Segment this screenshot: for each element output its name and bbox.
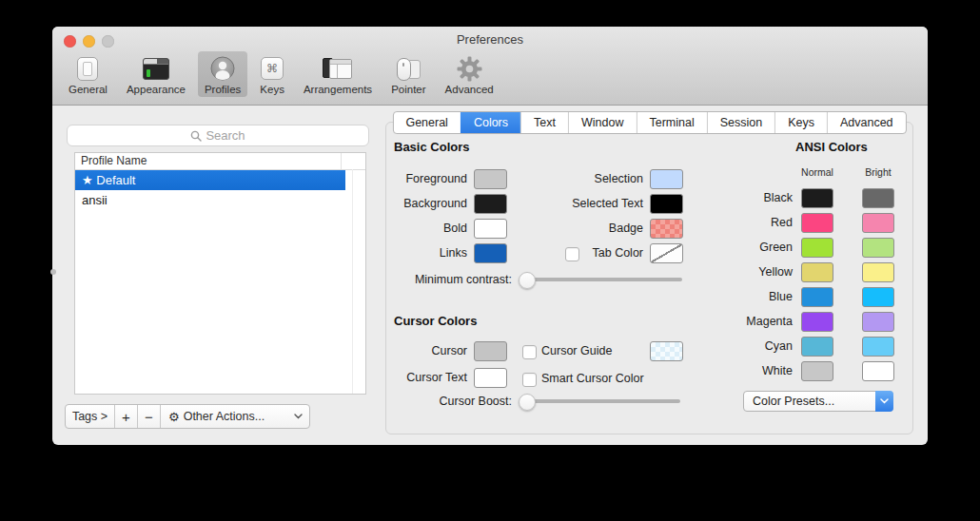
toolbar-item-label: Appearance xyxy=(127,84,186,95)
other-actions-dropdown[interactable]: ⚙ Other Actions... xyxy=(161,405,309,428)
links-color-well[interactable] xyxy=(474,243,507,263)
cursor-boost-slider[interactable] xyxy=(520,399,680,403)
ansi-colors-title: ANSI Colors xyxy=(795,140,868,154)
tab-color-well[interactable] xyxy=(650,243,683,263)
cursor-colors-title: Cursor Colors xyxy=(394,314,477,328)
basic-colors-title: Basic Colors xyxy=(394,140,469,154)
ansi-red-bright-well[interactable] xyxy=(862,213,894,233)
bold-color-well[interactable] xyxy=(474,219,507,239)
ansi-cyan-label: Cyan xyxy=(707,337,793,357)
ansi-green-normal-well[interactable] xyxy=(801,238,833,258)
scrollbar-track[interactable] xyxy=(352,169,353,394)
search-placeholder: Search xyxy=(206,128,245,143)
person-icon xyxy=(210,54,235,83)
window-appearance-icon xyxy=(143,58,169,80)
ansi-cyan-bright-well[interactable] xyxy=(862,337,894,357)
profile-list: Profile Name ★ Default ansii xyxy=(74,152,366,395)
ansi-magenta-normal-well[interactable] xyxy=(801,312,833,332)
cursor-boost-label: Cursor Boost: xyxy=(386,392,512,412)
selection-color-well[interactable] xyxy=(650,169,683,189)
ansi-white-normal-well[interactable] xyxy=(801,361,833,381)
cursor-guide-label: Cursor Guide xyxy=(541,344,612,358)
tags-button[interactable]: Tags > xyxy=(66,405,115,428)
chevron-down-icon xyxy=(875,391,893,412)
toolbar-item-label: Advanced xyxy=(445,84,494,95)
smart-cursor-color-checkbox[interactable] xyxy=(522,373,537,387)
search-icon xyxy=(190,130,202,142)
toolbar-item-arrangements[interactable]: Arrangements xyxy=(297,51,379,97)
toolbar-item-advanced[interactable]: Advanced xyxy=(439,51,500,97)
color-presets-dropdown[interactable]: Color Presets... xyxy=(743,391,893,412)
cursor-guide-checkbox[interactable] xyxy=(522,345,537,359)
cursor-label: Cursor xyxy=(386,341,467,361)
ansi-black-label: Black xyxy=(707,188,793,208)
remove-profile-button[interactable]: − xyxy=(138,405,161,428)
command-key-icon: ⌘ xyxy=(261,57,284,80)
bright-column-label: Bright xyxy=(847,166,910,178)
ansi-blue-label: Blue xyxy=(707,287,793,307)
selected-text-color-well[interactable] xyxy=(650,194,683,214)
cursor-text-color-well[interactable] xyxy=(474,368,507,388)
window-title: Preferences xyxy=(52,32,928,47)
ansi-black-bright-well[interactable] xyxy=(862,188,894,208)
toolbar-item-keys[interactable]: ⌘ Keys xyxy=(253,51,291,97)
splitter-handle-dot[interactable] xyxy=(50,269,56,275)
toolbar-item-label: Pointer xyxy=(391,84,425,95)
preferences-toolbar: General Appearance xyxy=(62,51,500,97)
minimum-contrast-slider[interactable] xyxy=(520,278,682,281)
ansi-white-bright-well[interactable] xyxy=(862,361,894,381)
toolbar-item-label: Arrangements xyxy=(304,84,372,95)
ansi-blue-bright-well[interactable] xyxy=(862,287,894,307)
tab-window[interactable]: Window xyxy=(568,112,636,133)
tab-color-label: Tab Color xyxy=(529,243,643,263)
tab-text[interactable]: Text xyxy=(520,112,568,133)
links-label: Links xyxy=(386,243,467,263)
ansi-white-label: White xyxy=(707,361,793,381)
ansi-yellow-bright-well[interactable] xyxy=(862,262,894,282)
foreground-color-well[interactable] xyxy=(474,169,507,189)
smart-cursor-color-label: Smart Cursor Color xyxy=(541,372,644,386)
foreground-label: Foreground xyxy=(386,169,467,189)
profile-row-default[interactable]: ★ Default xyxy=(75,170,345,190)
bold-label: Bold xyxy=(386,219,467,239)
ansi-green-bright-well[interactable] xyxy=(862,238,894,258)
toolbar-item-general[interactable]: General xyxy=(62,51,114,97)
ansi-black-normal-well[interactable] xyxy=(801,188,833,208)
cursor-guide-color-well[interactable] xyxy=(650,341,683,361)
tab-advanced[interactable]: Advanced xyxy=(827,112,906,133)
toolbar-item-profiles[interactable]: Profiles xyxy=(198,51,247,97)
preferences-window: Preferences General Appearance xyxy=(52,27,928,445)
toolbar-item-label: Keys xyxy=(260,84,284,95)
badge-color-well[interactable] xyxy=(650,219,683,239)
ansi-red-label: Red xyxy=(707,213,793,233)
profile-actions-group: Tags > + − ⚙ Other Actions... xyxy=(65,404,310,429)
slider-knob[interactable] xyxy=(519,272,536,289)
badge-label: Badge xyxy=(529,219,643,239)
ansi-yellow-normal-well[interactable] xyxy=(801,262,833,282)
ansi-red-normal-well[interactable] xyxy=(801,213,833,233)
toolbar-item-label: General xyxy=(69,84,108,95)
search-input[interactable]: Search xyxy=(67,125,369,146)
windows-stack-icon xyxy=(323,58,353,79)
chevron-down-icon xyxy=(294,414,303,419)
ansi-cyan-normal-well[interactable] xyxy=(801,337,833,357)
selected-text-label: Selected Text xyxy=(529,194,643,214)
gear-icon xyxy=(457,54,482,83)
add-profile-button[interactable]: + xyxy=(115,405,138,428)
column-divider xyxy=(341,153,342,169)
tab-session[interactable]: Session xyxy=(707,112,774,133)
ansi-blue-normal-well[interactable] xyxy=(801,287,833,307)
slider-knob[interactable] xyxy=(519,394,536,411)
profile-list-header[interactable]: Profile Name xyxy=(75,153,365,170)
cursor-color-well[interactable] xyxy=(474,341,507,361)
tab-keys[interactable]: Keys xyxy=(774,112,827,133)
toolbar-item-pointer[interactable]: Pointer xyxy=(384,51,432,97)
toolbar-item-appearance[interactable]: Appearance xyxy=(120,51,192,97)
profile-row-ansii[interactable]: ansii xyxy=(75,190,345,210)
tab-terminal[interactable]: Terminal xyxy=(636,112,706,133)
ansi-magenta-bright-well[interactable] xyxy=(862,312,894,332)
tab-general[interactable]: General xyxy=(393,112,460,133)
tab-colors[interactable]: Colors xyxy=(461,112,520,133)
background-color-well[interactable] xyxy=(474,194,507,214)
ansi-yellow-label: Yellow xyxy=(707,262,793,282)
